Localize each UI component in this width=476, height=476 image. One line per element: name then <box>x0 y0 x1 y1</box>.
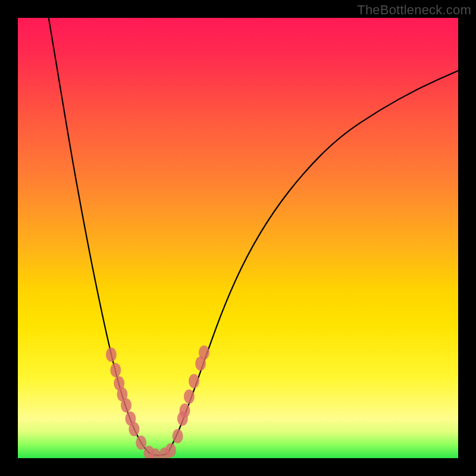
curve-marker <box>189 374 199 389</box>
curve-marker <box>184 389 195 403</box>
curve-marker <box>129 422 139 436</box>
curve-marker <box>173 429 183 443</box>
marker-group <box>106 345 209 458</box>
curve-marker <box>136 436 146 450</box>
curve-marker <box>110 363 121 377</box>
bottleneck-curve <box>49 18 458 455</box>
curve-marker <box>165 443 176 458</box>
curve-marker <box>106 347 117 362</box>
curve-marker <box>199 345 209 359</box>
curve-marker <box>121 398 131 412</box>
chart-frame: TheBottleneck.com <box>0 0 476 476</box>
plot-area <box>18 18 458 458</box>
curve-marker <box>180 403 190 418</box>
v-curve-svg <box>18 18 458 458</box>
watermark-text: TheBottleneck.com <box>357 2 471 18</box>
